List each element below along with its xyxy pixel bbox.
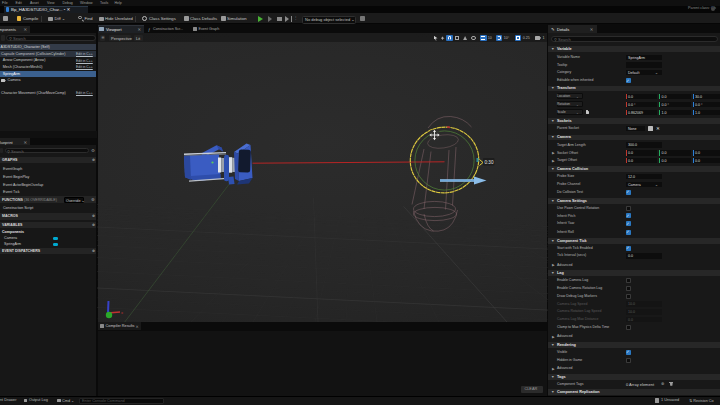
svg-text:0:30: 0:30	[485, 160, 494, 165]
svg-text:x: x	[121, 310, 123, 315]
